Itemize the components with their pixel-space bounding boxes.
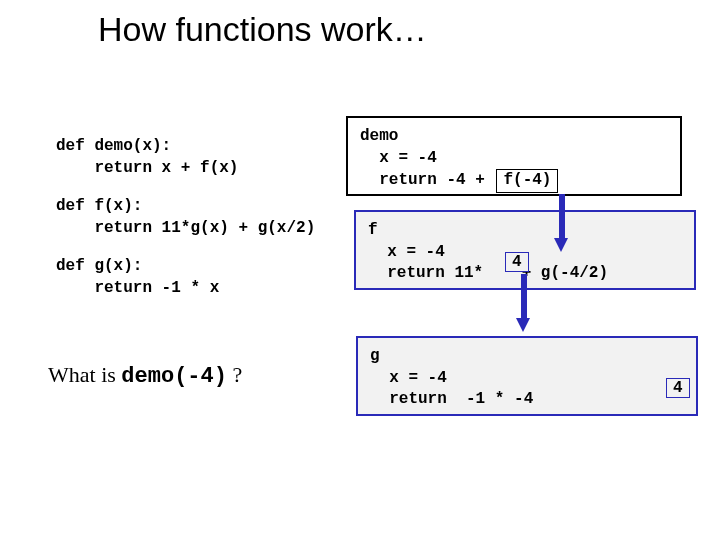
question-text: What is demo(-4) ? (48, 362, 242, 389)
boxed-result-bottom: 4 (666, 378, 690, 398)
arrow-shaft (521, 274, 527, 322)
stack-frame-demo: demo x = -4 return -4 + f(-4) (346, 116, 682, 196)
question-suffix: ? (227, 362, 242, 387)
code-def-g: def g(x): return -1 * x (56, 256, 219, 299)
arrow-down-icon (554, 238, 568, 252)
question-prefix: What is (48, 362, 121, 387)
frame-demo-line2-pre: return -4 + (360, 171, 494, 189)
code-def-f: def f(x): return 11*g(x) + g(x/2) (56, 196, 315, 239)
arrow-demo-to-f (554, 194, 568, 256)
frame-name-f: f (368, 220, 682, 242)
frame-demo-line1: x = -4 (360, 148, 668, 170)
code-def-demo: def demo(x): return x + f(x) (56, 136, 238, 179)
page-title: How functions work… (98, 10, 427, 49)
boxed-call-f: f(-4) (496, 169, 558, 193)
frame-f-line2-pre: return 11* (368, 264, 483, 282)
stack-frame-g: g x = -4 return -1 * -4 (356, 336, 698, 416)
arrow-shaft (559, 194, 565, 242)
frame-g-line1: x = -4 (370, 368, 684, 390)
frame-g-line2: return -1 * -4 (370, 389, 684, 411)
arrow-f-to-g (516, 274, 530, 336)
frame-name-demo: demo (360, 126, 668, 148)
boxed-result-g-of-minus4: 4 (505, 252, 529, 272)
arrow-down-icon (516, 318, 530, 332)
frame-demo-line2: return -4 + f(-4) (360, 169, 668, 193)
frame-name-g: g (370, 346, 684, 368)
question-call: demo(-4) (121, 364, 227, 389)
